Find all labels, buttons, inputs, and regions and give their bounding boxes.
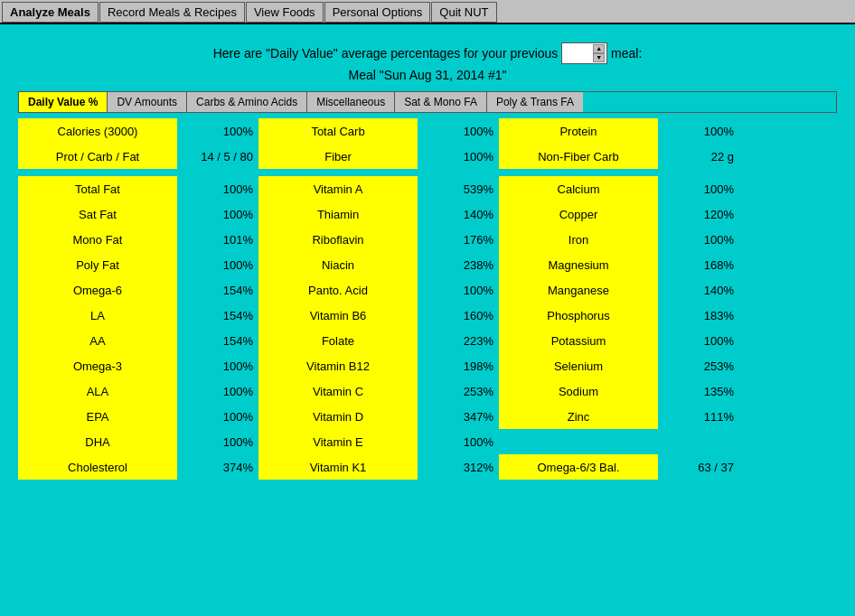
cell-r8-c3: 160% <box>418 303 499 328</box>
cell-r9-c1: 154% <box>177 328 258 353</box>
nav-tab-view-foods[interactable]: View Foods <box>246 2 324 23</box>
cell-r5-c5: 100% <box>658 227 739 252</box>
data-grid: Calories (3000)100%Total Carb100%Protein… <box>18 118 837 480</box>
cell-r0-c4: Protein <box>499 118 658 144</box>
cell-r10-c3: 198% <box>418 353 499 378</box>
cell-r6-c3: 238% <box>418 252 499 277</box>
nav-tab-analyze-meals[interactable]: Analyze Meals <box>2 2 99 23</box>
cell-r11-c3: 253% <box>418 378 499 404</box>
cell-r11-c0: ALA <box>18 378 177 404</box>
info-suffix: meal: <box>611 46 642 61</box>
cell-r5-c3: 176% <box>418 227 499 252</box>
cell-r1-c4: Non-Fiber Carb <box>499 144 658 169</box>
cell-r4-c4: Copper <box>499 201 658 227</box>
main-content: Here are "Daily Value" average percentag… <box>0 24 855 489</box>
cell-r4-c0: Sat Fat <box>18 201 177 227</box>
spinner-down[interactable]: ▼ <box>593 53 605 62</box>
row-spacer-2 <box>18 169 739 176</box>
cell-r14-c5: 63 / 37 <box>658 454 739 480</box>
cell-r11-c4: Sodium <box>499 378 658 404</box>
cell-r4-c5: 120% <box>658 201 739 227</box>
cell-r10-c5: 253% <box>658 353 739 378</box>
cell-r9-c2: Folate <box>258 328 418 353</box>
cell-r7-c1: 154% <box>177 277 258 303</box>
cell-r13-c1: 100% <box>177 429 258 454</box>
cell-r8-c4: Phosphorus <box>499 303 658 328</box>
data-tab-0[interactable]: Daily Value % <box>19 92 108 112</box>
cell-r6-c5: 168% <box>658 252 739 277</box>
cell-r14-c0: Cholesterol <box>18 454 177 480</box>
spinner-up[interactable]: ▲ <box>593 44 605 53</box>
cell-r10-c4: Selenium <box>499 353 658 378</box>
cell-r0-c2: Total Carb <box>258 118 418 144</box>
cell-r7-c3: 100% <box>418 277 499 303</box>
cell-r14-c4: Omega-6/3 Bal. <box>499 454 658 480</box>
cell-r11-c1: 100% <box>177 378 258 404</box>
data-tab-bar: Daily Value %DV AmountsCarbs & Amino Aci… <box>18 91 837 113</box>
data-tab-3[interactable]: Miscellaneous <box>307 92 395 112</box>
cell-r14-c3: 312% <box>418 454 499 480</box>
cell-r13-c2: Vitamin E <box>258 429 418 454</box>
cell-r12-c5: 111% <box>658 404 739 429</box>
data-tab-4[interactable]: Sat & Mono FA <box>395 92 487 112</box>
cell-r1-c2: Fiber <box>258 144 418 169</box>
cell-r0-c0: Calories (3000) <box>18 118 177 144</box>
cell-r5-c1: 101% <box>177 227 258 252</box>
info-prefix: Here are "Daily Value" average percentag… <box>213 46 559 61</box>
cell-r8-c0: LA <box>18 303 177 328</box>
cell-r12-c4: Zinc <box>499 404 658 429</box>
cell-r9-c3: 223% <box>418 328 499 353</box>
cell-r4-c1: 100% <box>177 201 258 227</box>
cell-r9-c0: AA <box>18 328 177 353</box>
cell-r8-c5: 183% <box>658 303 739 328</box>
cell-r0-c5: 100% <box>658 118 739 144</box>
nav-tab-quit-nut[interactable]: Quit NUT <box>431 2 496 23</box>
cell-r0-c3: 100% <box>418 118 499 144</box>
meal-count-input[interactable]: 1 <box>564 47 591 61</box>
cell-r9-c5: 100% <box>658 328 739 353</box>
cell-r14-c1: 374% <box>177 454 258 480</box>
cell-r13-c3: 100% <box>418 429 499 454</box>
cell-r12-c0: EPA <box>18 404 177 429</box>
data-tab-5[interactable]: Poly & Trans FA <box>487 92 583 112</box>
cell-r5-c4: Iron <box>499 227 658 252</box>
spinner-arrows: ▲ ▼ <box>593 44 605 62</box>
cell-r3-c5: 100% <box>658 176 739 201</box>
cell-r6-c0: Poly Fat <box>18 252 177 277</box>
nav-tab-record-meals-&-recipes[interactable]: Record Meals & Recipes <box>99 2 245 23</box>
cell-r6-c1: 100% <box>177 252 258 277</box>
data-tab-1[interactable]: DV Amounts <box>108 92 187 112</box>
cell-r4-c2: Thiamin <box>258 201 418 227</box>
cell-r1-c3: 100% <box>418 144 499 169</box>
cell-r8-c2: Vitamin B6 <box>258 303 418 328</box>
cell-r10-c0: Omega-3 <box>18 353 177 378</box>
cell-r7-c5: 140% <box>658 277 739 303</box>
cell-r3-c2: Vitamin A <box>258 176 418 201</box>
cell-r10-c1: 100% <box>177 353 258 378</box>
data-tab-2[interactable]: Carbs & Amino Acids <box>187 92 307 112</box>
cell-r3-c4: Calcium <box>499 176 658 201</box>
cell-r10-c2: Vitamin B12 <box>258 353 418 378</box>
cell-r8-c1: 154% <box>177 303 258 328</box>
cell-r12-c3: 347% <box>418 404 499 429</box>
meal-label: Meal "Sun Aug 31, 2014 #1" <box>18 68 837 82</box>
nav-bar: Analyze MealsRecord Meals & RecipesView … <box>0 0 855 24</box>
cell-r13-c0: DHA <box>18 429 177 454</box>
cell-r6-c4: Magnesium <box>499 252 658 277</box>
cell-r1-c5: 22 g <box>658 144 739 169</box>
cell-r3-c1: 100% <box>177 176 258 201</box>
cell-r4-c3: 140% <box>418 201 499 227</box>
meal-count-spinner[interactable]: 1 ▲ ▼ <box>561 42 607 64</box>
cell-r7-c0: Omega-6 <box>18 277 177 303</box>
cell-r13-c4 <box>499 429 658 454</box>
cell-r13-c5 <box>658 429 739 454</box>
cell-r12-c1: 100% <box>177 404 258 429</box>
cell-r7-c2: Panto. Acid <box>258 277 418 303</box>
cell-r14-c2: Vitamin K1 <box>258 454 418 480</box>
cell-r9-c4: Potassium <box>499 328 658 353</box>
cell-r0-c1: 100% <box>177 118 258 144</box>
cell-r3-c0: Total Fat <box>18 176 177 201</box>
nav-tab-personal-options[interactable]: Personal Options <box>324 2 431 23</box>
cell-r3-c3: 539% <box>418 176 499 201</box>
cell-r5-c0: Mono Fat <box>18 227 177 252</box>
